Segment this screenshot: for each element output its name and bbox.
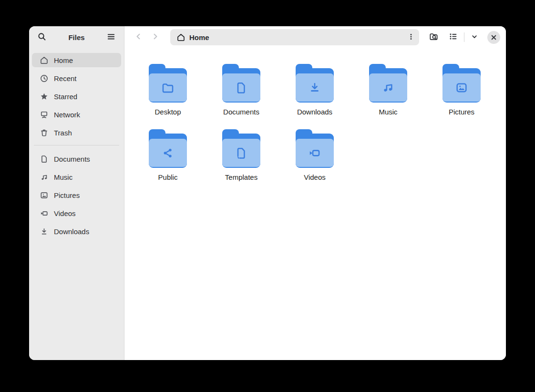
sidebar-item-documents[interactable]: Documents xyxy=(32,152,121,166)
sidebar-item-label: Pictures xyxy=(54,191,80,199)
folder-icon xyxy=(149,64,187,103)
file-item-pictures[interactable]: Pictures xyxy=(425,64,498,116)
file-label: Documents xyxy=(223,108,259,116)
sidebar-item-starred[interactable]: Starred xyxy=(32,89,121,103)
path-menu-button[interactable] xyxy=(403,29,419,45)
sidebar-item-label: Trash xyxy=(54,129,72,137)
file-label: Downloads xyxy=(297,108,332,116)
file-item-downloads[interactable]: Downloads xyxy=(278,64,351,116)
app-title: Files xyxy=(68,33,84,41)
file-label: Videos xyxy=(304,173,326,181)
trash-icon xyxy=(40,129,48,137)
sidebar-list: Home Recent Starre xyxy=(29,48,124,242)
hamburger-icon xyxy=(107,32,115,42)
file-item-templates[interactable]: Templates xyxy=(205,129,278,181)
list-view-icon xyxy=(449,32,458,42)
sidebar-item-label: Recent xyxy=(54,74,77,83)
toolbar-separator xyxy=(464,32,464,42)
search-button[interactable] xyxy=(36,31,48,44)
folder-icon xyxy=(149,129,187,168)
back-button[interactable] xyxy=(133,31,144,44)
files-window: Files Home xyxy=(29,26,506,360)
sidebar-item-videos[interactable]: Videos xyxy=(32,206,121,220)
sidebar-item-label: Network xyxy=(54,111,80,119)
sidebar-item-label: Music xyxy=(54,173,72,181)
file-label: Public xyxy=(158,173,178,181)
video-camera-icon xyxy=(40,209,48,217)
header-actions xyxy=(424,30,500,45)
video-emblem-icon xyxy=(308,146,321,162)
folder-icon xyxy=(296,129,334,168)
file-label: Desktop xyxy=(154,108,181,116)
file-grid: Desktop Documents xyxy=(124,48,506,181)
document-emblem-icon xyxy=(235,81,248,96)
search-everywhere-button[interactable] xyxy=(427,30,441,45)
folder-icon xyxy=(442,64,481,103)
star-icon xyxy=(40,93,48,101)
header-bar: Home xyxy=(124,26,506,48)
search-icon xyxy=(38,32,46,42)
share-emblem-icon xyxy=(161,146,175,162)
sidebar-header: Files xyxy=(29,26,124,48)
sidebar-item-pictures[interactable]: Pictures xyxy=(32,188,121,202)
main-menu-button[interactable] xyxy=(105,31,117,44)
forward-button[interactable] xyxy=(149,31,161,44)
folder-search-icon xyxy=(429,32,438,42)
list-view-button[interactable] xyxy=(446,30,460,45)
file-label: Templates xyxy=(225,173,257,181)
music-note-icon xyxy=(40,173,48,181)
image-icon xyxy=(40,191,48,199)
download-emblem-icon xyxy=(308,81,321,96)
home-icon xyxy=(40,56,48,64)
sidebar-item-label: Home xyxy=(54,56,73,64)
chevron-right-icon xyxy=(151,32,159,42)
sidebar-item-label: Downloads xyxy=(54,227,89,236)
sidebar-item-trash[interactable]: Trash xyxy=(32,125,121,140)
close-icon xyxy=(491,34,497,41)
music-emblem-icon xyxy=(381,81,395,96)
sidebar-divider xyxy=(34,145,119,145)
sidebar-item-downloads[interactable]: Downloads xyxy=(32,224,121,238)
sidebar-item-label: Documents xyxy=(54,155,90,163)
kebab-icon xyxy=(407,33,415,42)
sidebar-item-music[interactable]: Music xyxy=(32,170,121,184)
clock-icon xyxy=(40,74,48,83)
sidebar-item-label: Videos xyxy=(54,209,76,217)
sidebar-item-recent[interactable]: Recent xyxy=(32,71,121,85)
sidebar-item-home[interactable]: Home xyxy=(32,53,121,67)
network-icon xyxy=(40,111,48,119)
folder-icon xyxy=(369,64,407,103)
file-item-documents[interactable]: Documents xyxy=(205,64,278,116)
file-label: Music xyxy=(379,108,397,116)
chevron-left-icon xyxy=(134,32,143,42)
sidebar-item-label: Starred xyxy=(54,93,77,101)
sidebar: Files Home xyxy=(29,26,124,360)
folder-emblem-icon xyxy=(161,81,175,96)
document-dashed-emblem-icon xyxy=(235,146,248,162)
desktop-background: Files Home xyxy=(0,0,535,392)
folder-icon xyxy=(222,129,260,168)
file-item-desktop[interactable]: Desktop xyxy=(131,64,205,116)
file-item-music[interactable]: Music xyxy=(351,64,425,116)
file-item-videos[interactable]: Videos xyxy=(278,129,351,181)
path-bar[interactable]: Home xyxy=(170,29,419,45)
home-icon xyxy=(177,33,185,41)
file-label: Pictures xyxy=(449,108,474,116)
file-item-public[interactable]: Public xyxy=(131,129,205,181)
content-area: Home xyxy=(124,26,506,360)
image-emblem-icon xyxy=(455,81,468,96)
path-label: Home xyxy=(189,33,209,41)
sidebar-item-network[interactable]: Network xyxy=(32,107,121,122)
close-button[interactable] xyxy=(487,31,500,44)
view-options-button[interactable] xyxy=(468,31,481,44)
folder-icon xyxy=(222,64,260,103)
download-arrow-icon xyxy=(40,227,48,236)
folder-icon xyxy=(296,64,334,103)
document-icon xyxy=(40,155,48,163)
chevron-down-icon xyxy=(471,33,478,42)
